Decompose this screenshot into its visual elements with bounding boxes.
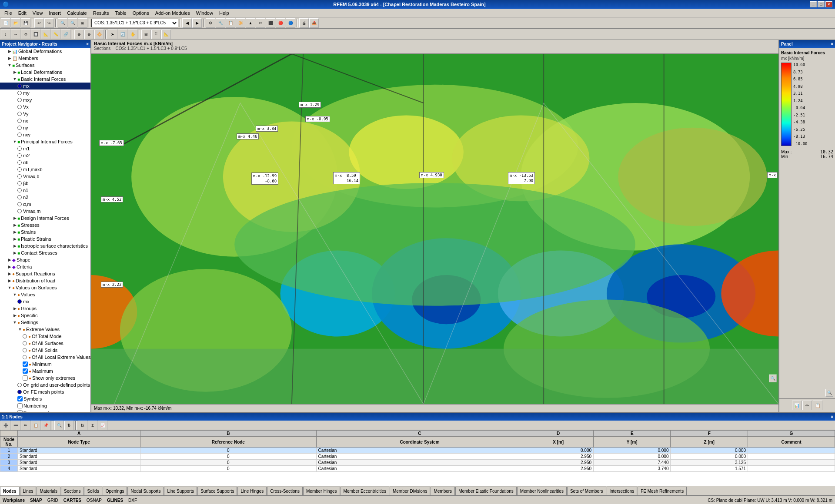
tree-alpha-b[interactable]: αb bbox=[0, 159, 90, 166]
menu-options[interactable]: Options bbox=[130, 10, 152, 17]
tree-vmax-b[interactable]: Vmax,b bbox=[0, 173, 90, 180]
tree-values-node[interactable]: ▼ ● Values bbox=[0, 291, 90, 298]
nav-close-btn[interactable]: × bbox=[86, 42, 89, 46]
tree-values-on-surfaces[interactable]: ▼ ● Values on Surfaces bbox=[0, 284, 90, 291]
tb2-rotate[interactable]: 🔄 bbox=[118, 30, 127, 39]
tb2-btn10[interactable]: 🔆 bbox=[94, 30, 104, 39]
cb-maximum[interactable] bbox=[23, 368, 28, 374]
menu-window[interactable]: Window bbox=[194, 10, 216, 17]
tree-beta-b[interactable]: βb bbox=[0, 180, 90, 187]
tree-of-all-local[interactable]: ● Of All Local Extreme Values bbox=[0, 354, 90, 361]
tree-distribution-of-load[interactable]: ▶ ● Distribution of load bbox=[0, 277, 90, 284]
tab-sets-of-members[interactable]: Sets of Members bbox=[567, 487, 606, 495]
tab-member-elastic-foundations[interactable]: Member Elastic Foundations bbox=[455, 487, 517, 495]
tree-on-grid[interactable]: On grid and user-defined points bbox=[0, 381, 90, 388]
tab-member-divisions[interactable]: Member Divisions bbox=[390, 487, 430, 495]
tree-nx[interactable]: nx bbox=[0, 117, 90, 124]
tb-zoom-out[interactable]: 🔍 bbox=[68, 18, 77, 28]
cb-numbering[interactable] bbox=[17, 403, 23, 408]
table-row[interactable]: 4 Standard 0 Cartesian 2.950 -3.740 -1.5… bbox=[0, 466, 835, 472]
tb-zoom-in[interactable]: 🔍 bbox=[58, 18, 67, 28]
menu-help[interactable]: Help bbox=[217, 10, 232, 17]
table-area[interactable]: A B C D E F G Node No. Node Type Referen… bbox=[0, 430, 835, 486]
tree-mx-val[interactable]: mx bbox=[0, 298, 90, 305]
tab-nodes[interactable]: Nodes bbox=[0, 487, 20, 495]
tree-strains[interactable]: ▶ ■ Strains bbox=[0, 229, 90, 235]
tree-vmax-m[interactable]: Vmax,m bbox=[0, 208, 90, 215]
tab-openings[interactable]: Openings bbox=[103, 487, 127, 495]
tab-surface-supports[interactable]: Surface Supports bbox=[197, 487, 237, 495]
tab-sections[interactable]: Sections bbox=[61, 487, 84, 495]
restore-btn[interactable]: □ bbox=[818, 1, 825, 7]
bt-new-row[interactable]: ➕ bbox=[1, 421, 10, 430]
canvas-area[interactable]: m-x 1.29 m-x 3.84 m-x 4.46 m-x -0.95 m-x… bbox=[91, 54, 778, 404]
tree-of-all-solids[interactable]: ● Of All Solids bbox=[0, 347, 90, 354]
tb2-btn9[interactable]: ⊖ bbox=[84, 30, 94, 39]
tab-member-eccentricities[interactable]: Member Eccentricities bbox=[341, 487, 389, 495]
tb-export[interactable]: 📤 bbox=[309, 18, 319, 28]
menu-results[interactable]: Results bbox=[90, 10, 112, 17]
tree-my[interactable]: my bbox=[0, 90, 90, 96]
tb-zoom-all[interactable]: ⊞ bbox=[78, 18, 87, 28]
tb-print[interactable]: 🖨 bbox=[299, 18, 309, 28]
tree-support-reactions[interactable]: ▶ ● Support Reactions bbox=[0, 270, 90, 277]
tb-redo[interactable]: ↪ bbox=[44, 18, 54, 28]
tree-surfaces[interactable]: ▼ ■ Surfaces bbox=[0, 62, 90, 69]
tree-basic-internal-forces[interactable]: ▼ ■ Basic Internal Forces bbox=[0, 76, 90, 83]
bottom-panel-close[interactable]: × bbox=[831, 414, 833, 419]
tb2-snap[interactable]: ⊞ bbox=[141, 30, 151, 39]
bt-copy[interactable]: 📋 bbox=[31, 421, 40, 430]
tb-btn-c[interactable]: 📋 bbox=[226, 18, 235, 28]
cb-minimum[interactable] bbox=[23, 361, 28, 367]
tb2-btn7[interactable]: 🔗 bbox=[61, 30, 70, 39]
tree-criteria[interactable]: ▶ ◆ Criteria bbox=[0, 263, 90, 270]
legend-btn-1[interactable]: 📊 bbox=[792, 401, 802, 410]
tab-fe-mesh-refinements[interactable]: FE Mesh Refinements bbox=[638, 487, 687, 495]
menu-insert[interactable]: Insert bbox=[46, 10, 63, 17]
tb2-pan[interactable]: ✋ bbox=[128, 30, 137, 39]
tree-vx[interactable]: Vx bbox=[0, 103, 90, 110]
tab-member-hinges[interactable]: Member Hinges bbox=[303, 487, 340, 495]
tree-symbols[interactable]: Symbols bbox=[0, 395, 90, 402]
tb2-btn2[interactable]: ↔ bbox=[11, 30, 20, 39]
tree-ny[interactable]: ny bbox=[0, 124, 90, 131]
bt-sort[interactable]: ⇅ bbox=[64, 421, 74, 430]
tb-next[interactable]: ▶ bbox=[192, 18, 202, 28]
tree-plastic-strains[interactable]: ▶ ■ Plastic Strains bbox=[0, 235, 90, 242]
tree-nxy[interactable]: nxy bbox=[0, 131, 90, 138]
bt-sum[interactable]: Σ bbox=[88, 421, 97, 430]
tb-prev[interactable]: ◀ bbox=[182, 18, 192, 28]
tb-btn-e[interactable]: ▲ bbox=[246, 18, 255, 28]
tree-on-fe-mesh[interactable]: On FE mesh points bbox=[0, 388, 90, 395]
tree-global-deformations[interactable]: ▶ 📊 Global Deformations bbox=[0, 48, 90, 55]
tree-stresses[interactable]: ▶ ■ Stresses bbox=[0, 222, 90, 229]
tb-btn-f[interactable]: ✂ bbox=[256, 18, 265, 28]
tab-member-nonlinearities[interactable]: Member Nonlinearities bbox=[517, 487, 567, 495]
tab-cross-sections[interactable]: Cross-Sections bbox=[267, 487, 303, 495]
tree-minimum[interactable]: ● Minimum bbox=[0, 361, 90, 368]
minimize-btn[interactable]: _ bbox=[810, 1, 817, 7]
tree-principal-internal-forces[interactable]: ▼ ■ Principal Internal Forces bbox=[0, 138, 90, 145]
tab-intersections[interactable]: Intersections bbox=[607, 487, 638, 495]
bt-delete-row[interactable]: ➖ bbox=[11, 421, 20, 430]
tree-settings[interactable]: ▼ ● Settings bbox=[0, 319, 90, 326]
window-controls[interactable]: _ □ × bbox=[810, 1, 832, 7]
tree-vy[interactable]: Vy bbox=[0, 110, 90, 117]
menu-view[interactable]: View bbox=[30, 10, 46, 17]
legend-zoom-btn[interactable]: 🔍 bbox=[825, 389, 833, 397]
tb2-btn4[interactable]: 🔲 bbox=[31, 30, 40, 39]
tree-of-all-surfaces[interactable]: ● Of All Surfaces bbox=[0, 340, 90, 347]
menu-file[interactable]: File bbox=[2, 10, 15, 17]
tree-mt-maxb[interactable]: mT,maxb bbox=[0, 166, 90, 173]
tree-local-deformations[interactable]: ▶ ■ Local Deformations bbox=[0, 69, 90, 76]
tb-btn-h[interactable]: 🔴 bbox=[276, 18, 285, 28]
tb2-cursor[interactable]: ➤ bbox=[108, 30, 117, 39]
bt-calc[interactable]: fx bbox=[78, 421, 87, 430]
tree-alpha-m[interactable]: α,m bbox=[0, 201, 90, 208]
tree-shape[interactable]: ▶ ◆ Shape bbox=[0, 256, 90, 263]
tb-new[interactable]: 📄 bbox=[1, 18, 10, 28]
bt-edit[interactable]: ✏ bbox=[21, 421, 30, 430]
nav-tree[interactable]: ▶ 📊 Global Deformations ▶ 📋 Members ▼ ■ … bbox=[0, 48, 90, 412]
cos-combo[interactable]: COS: 1.35*LC1 + 1.5*LC3 + 0.9*LC5 bbox=[91, 19, 178, 27]
tree-specific[interactable]: ▶ ● Specific bbox=[0, 312, 90, 319]
